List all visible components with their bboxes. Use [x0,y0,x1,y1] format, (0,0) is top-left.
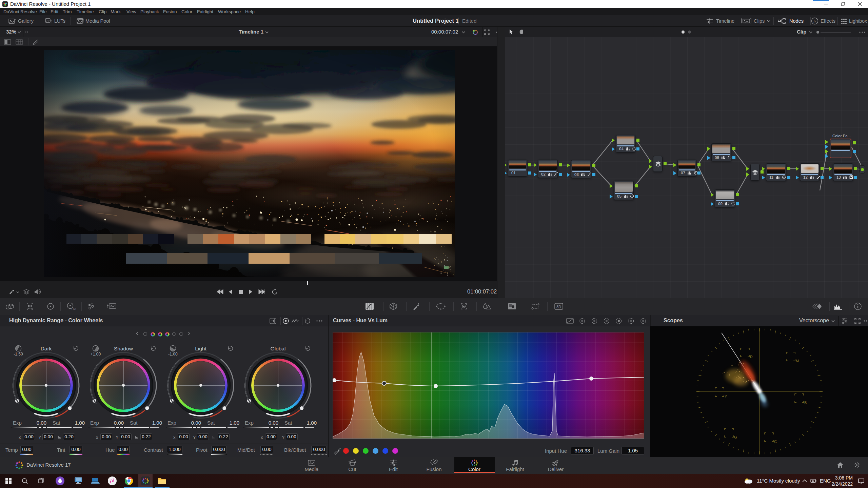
svg-text:M: M [796,359,799,363]
svg-text:HDR: HDR [72,307,76,310]
svg-text:B: B [804,401,807,405]
svg-text:Y: Y [725,394,727,399]
svg-text:3D: 3D [556,305,561,309]
svg-text:fx: fx [813,19,816,23]
svg-text:C: C [774,440,777,444]
svg-text:R: R [750,355,753,359]
svg-text:G: G [734,435,737,439]
